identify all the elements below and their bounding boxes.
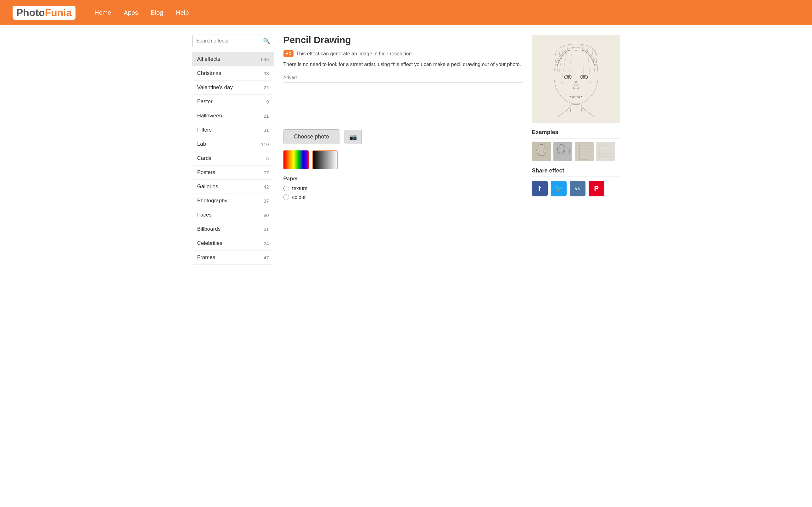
advert-label: Advert xyxy=(284,74,522,83)
examples-title: Examples xyxy=(532,129,620,138)
example-thumb-1[interactable] xyxy=(532,142,551,161)
svg-point-13 xyxy=(582,75,585,79)
nav-apps[interactable]: Apps xyxy=(124,9,138,16)
camera-button[interactable]: 📷 xyxy=(345,130,362,144)
sidebar-label-billboards: Billboards xyxy=(197,226,221,232)
main-layout: 🔍 All effects 636 Christmas 33 Valentine… xyxy=(186,35,626,265)
nav-blog[interactable]: Blog xyxy=(151,9,163,16)
paper-texture-radio[interactable] xyxy=(284,186,289,191)
paper-colour-radio[interactable] xyxy=(284,194,289,200)
examples-grid xyxy=(532,142,620,161)
paper-colour-label: colour xyxy=(292,194,306,200)
sidebar-label-lab: Lab xyxy=(197,141,206,147)
sidebar-item-cards[interactable]: Cards 5 xyxy=(192,151,274,166)
hd-description: This effect can generate an image in hig… xyxy=(296,51,412,57)
sidebar-label-posters: Posters xyxy=(197,169,215,176)
share-buttons: f 🐦 vk P xyxy=(532,181,620,196)
sidebar-count-valentines: 22 xyxy=(264,85,269,90)
hd-tag: HD xyxy=(284,50,294,57)
sidebar-count-easter: 9 xyxy=(266,99,269,105)
sidebar-label-photography: Photography xyxy=(197,198,228,204)
logo-photo: Photo xyxy=(16,7,45,18)
photo-controls: Choose photo 📷 xyxy=(284,129,522,144)
share-twitter-button[interactable]: 🐦 xyxy=(551,181,567,196)
nav-home[interactable]: Home xyxy=(95,9,111,16)
search-input[interactable] xyxy=(196,38,263,44)
search-icon[interactable]: 🔍 xyxy=(263,38,270,44)
logo[interactable]: PhotoFunia xyxy=(13,6,75,20)
sidebar-label-christmas: Christmas xyxy=(197,70,222,76)
sidebar-item-celebrities[interactable]: Celebrities 24 xyxy=(192,236,274,250)
sidebar-item-posters[interactable]: Posters 77 xyxy=(192,166,274,180)
main-content: Pencil Drawing HD This effect can genera… xyxy=(284,35,522,265)
sidebar-count-filters: 31 xyxy=(264,127,269,133)
sidebar: 🔍 All effects 636 Christmas 33 Valentine… xyxy=(192,35,274,265)
sidebar-count-lab: 110 xyxy=(261,142,269,147)
sidebar-count-frames: 47 xyxy=(264,255,269,260)
sidebar-label-halloween: Halloween xyxy=(197,113,222,119)
sidebar-count-cards: 5 xyxy=(266,156,269,161)
paper-label: Paper xyxy=(284,176,522,182)
pinterest-icon: P xyxy=(594,184,599,192)
sidebar-label-filters: Filters xyxy=(197,127,212,133)
share-vk-button[interactable]: vk xyxy=(570,181,585,196)
sidebar-item-frames[interactable]: Frames 47 xyxy=(192,250,274,265)
choose-photo-button[interactable]: Choose photo xyxy=(284,129,339,144)
example-thumb-2[interactable] xyxy=(553,142,572,161)
effect-title: Pencil Drawing xyxy=(284,35,522,45)
sidebar-item-filters[interactable]: Filters 31 xyxy=(192,123,274,137)
sidebar-label-frames: Frames xyxy=(197,254,215,261)
color-swatches xyxy=(284,151,522,169)
sidebar-label-cards: Cards xyxy=(197,155,211,161)
sidebar-item-billboards[interactable]: Billboards 61 xyxy=(192,222,274,236)
logo-funia: Funia xyxy=(45,7,72,18)
sidebar-label-celebrities: Celebrities xyxy=(197,240,223,246)
effect-description: There is no need to look for a street ar… xyxy=(284,61,522,68)
swatch-rainbow[interactable] xyxy=(284,151,309,169)
example-thumb-4[interactable] xyxy=(596,142,615,161)
search-box[interactable]: 🔍 xyxy=(192,35,274,47)
share-pinterest-button[interactable]: P xyxy=(588,181,604,196)
sidebar-item-all-effects[interactable]: All effects 636 xyxy=(192,52,274,66)
header: PhotoFunia Home Apps Blog Help xyxy=(0,0,812,25)
nav-help[interactable]: Help xyxy=(176,9,189,16)
sidebar-count-faces: 90 xyxy=(264,213,269,218)
sidebar-label-easter: Easter xyxy=(197,99,213,105)
svg-rect-23 xyxy=(553,142,572,161)
paper-colour-option[interactable]: colour xyxy=(284,194,522,200)
swatch-gray[interactable] xyxy=(312,151,337,169)
svg-point-18 xyxy=(537,145,546,156)
sidebar-item-photography[interactable]: Photography 37 xyxy=(192,194,274,208)
sidebar-item-lab[interactable]: Lab 110 xyxy=(192,137,274,151)
paper-texture-option[interactable]: texture xyxy=(284,186,522,191)
example-thumb-3[interactable] xyxy=(575,142,594,161)
sidebar-item-galleries[interactable]: Galleries 42 xyxy=(192,180,274,194)
svg-rect-0 xyxy=(532,35,620,123)
sidebar-label-all-effects: All effects xyxy=(197,56,220,62)
share-title: Share effect xyxy=(532,167,620,177)
share-facebook-button[interactable]: f xyxy=(532,181,548,196)
sidebar-item-christmas[interactable]: Christmas 33 xyxy=(192,66,274,80)
sidebar-count-all-effects: 636 xyxy=(261,57,269,62)
sidebar-label-valentines: Valentine's day xyxy=(197,84,233,91)
twitter-icon: 🐦 xyxy=(554,184,563,192)
right-panel: Examples Share effect f 🐦 vk xyxy=(532,35,620,265)
sidebar-item-halloween[interactable]: Halloween 21 xyxy=(192,109,274,123)
hd-badge: HD This effect can generate an image in … xyxy=(284,50,412,57)
sidebar-item-easter[interactable]: Easter 9 xyxy=(192,95,274,109)
sidebar-count-halloween: 21 xyxy=(264,113,269,119)
sidebar-item-valentines[interactable]: Valentine's day 22 xyxy=(192,80,274,95)
facebook-icon: f xyxy=(539,184,541,192)
sidebar-label-galleries: Galleries xyxy=(197,183,218,190)
sidebar-label-faces: Faces xyxy=(197,212,212,218)
sidebar-count-celebrities: 24 xyxy=(264,241,269,246)
svg-point-11 xyxy=(567,75,570,79)
sidebar-count-galleries: 42 xyxy=(264,184,269,189)
sidebar-item-faces[interactable]: Faces 90 xyxy=(192,208,274,222)
vk-icon: vk xyxy=(575,186,580,191)
preview-sketch xyxy=(532,35,620,123)
preview-image xyxy=(532,35,620,123)
svg-rect-34 xyxy=(596,142,615,161)
sidebar-count-billboards: 61 xyxy=(264,227,269,232)
main-nav: Home Apps Blog Help xyxy=(95,9,189,16)
